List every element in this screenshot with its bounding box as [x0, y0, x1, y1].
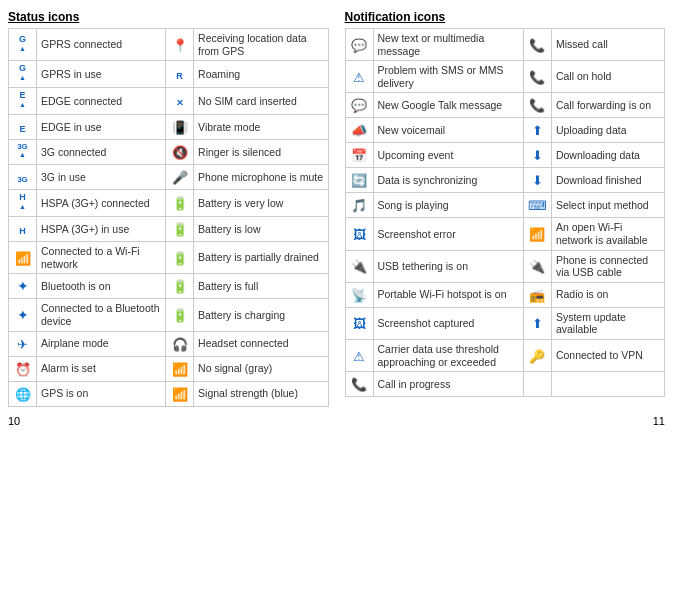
status-label2: Vibrate mode [194, 115, 328, 140]
table-row: G▲ GPRS in use R Roaming [9, 61, 329, 88]
status-icon: ✦ [9, 299, 37, 331]
status-icon: 📶 [9, 242, 37, 274]
notification-icons-table: 💬 New text or multimedia message 📞 Misse… [345, 28, 666, 397]
status-label2: Ringer is silenced [194, 140, 328, 165]
notif-label: Song is playing [373, 193, 523, 218]
notif-label2: Download finished [551, 168, 664, 193]
notif-label2: Connected to VPN [551, 339, 664, 371]
notif-icon: 💬 [345, 29, 373, 61]
notif-label: Carrier data use threshold approaching o… [373, 339, 523, 371]
table-row: 🖼 Screenshot captured ⬆ System update av… [345, 307, 665, 339]
status-label2: Battery is low [194, 217, 328, 242]
notif-icon2: 📻 [523, 282, 551, 307]
status-icon: 3G▲ [9, 140, 37, 165]
status-label: Airplane mode [37, 331, 166, 356]
status-icon2: ✕ [166, 88, 194, 115]
notif-label2: Uploading data [551, 118, 664, 143]
notif-label2 [551, 372, 664, 397]
table-row: ⚠ Carrier data use threshold approaching… [345, 339, 665, 371]
status-icon2: 🎧 [166, 331, 194, 356]
table-row: 💬 New Google Talk message 📞 Call forward… [345, 93, 665, 118]
notif-label: Upcoming event [373, 143, 523, 168]
notif-icon: ⚠ [345, 339, 373, 371]
table-row: H HSPA (3G+) in use 🔋 Battery is low [9, 217, 329, 242]
notif-icon: 🔌 [345, 250, 373, 282]
notif-icon2 [523, 372, 551, 397]
notif-icon2: 📞 [523, 61, 551, 93]
status-label: Bluetooth is on [37, 274, 166, 299]
notif-label2: Missed call [551, 29, 664, 61]
notif-label2: Call forwarding is on [551, 93, 664, 118]
notif-label: Portable Wi-Fi hotspot is on [373, 282, 523, 307]
status-icon: H [9, 217, 37, 242]
notification-icons-title: Notification icons [345, 10, 666, 24]
status-icon2: 🔇 [166, 140, 194, 165]
status-label2: No SIM card inserted [194, 88, 328, 115]
table-row: G▲ GPRS connected 📍 Receiving location d… [9, 29, 329, 61]
status-label: Connected to a Wi-Fi network [37, 242, 166, 274]
status-icon2: 🔋 [166, 190, 194, 217]
notif-label2: Select input method [551, 193, 664, 218]
table-row: 💬 New text or multimedia message 📞 Misse… [345, 29, 665, 61]
notif-icon2: ⌨ [523, 193, 551, 218]
status-label: Alarm is set [37, 356, 166, 381]
notif-label2: System update available [551, 307, 664, 339]
table-row: ⚠ Problem with SMS or MMS delivery 📞 Cal… [345, 61, 665, 93]
status-icons-title: Status icons [8, 10, 329, 24]
notif-label2: Phone is connected via USB cable [551, 250, 664, 282]
status-icons-section: Status icons G▲ GPRS connected 📍 Receivi… [8, 10, 329, 407]
notif-icon: 📡 [345, 282, 373, 307]
table-row: 3G 3G in use 🎤 Phone microphone is mute [9, 165, 329, 190]
notif-icon2: 🔑 [523, 339, 551, 371]
table-row: 🖼 Screenshot error 📶 An open Wi-Fi netwo… [345, 218, 665, 250]
status-label: 3G in use [37, 165, 166, 190]
notif-label2: Radio is on [551, 282, 664, 307]
status-icon: ⏰ [9, 356, 37, 381]
table-row: 🌐 GPS is on 📶 Signal strength (blue) [9, 381, 329, 406]
table-row: 🔌 USB tethering is on 🔌 Phone is connect… [345, 250, 665, 282]
status-label2: Headset connected [194, 331, 328, 356]
status-icon2: 📳 [166, 115, 194, 140]
status-icon2: R [166, 61, 194, 88]
table-row: 🎵 Song is playing ⌨ Select input method [345, 193, 665, 218]
status-icon2: 📍 [166, 29, 194, 61]
status-label2: No signal (gray) [194, 356, 328, 381]
notif-label: Screenshot error [373, 218, 523, 250]
status-label: GPS is on [37, 381, 166, 406]
table-row: E EDGE in use 📳 Vibrate mode [9, 115, 329, 140]
notif-label: New voicemail [373, 118, 523, 143]
notif-icon: 🔄 [345, 168, 373, 193]
status-icons-table: G▲ GPRS connected 📍 Receiving location d… [8, 28, 329, 407]
status-icon2: 🔋 [166, 242, 194, 274]
notif-icon2: ⬇ [523, 143, 551, 168]
table-row: ✦ Connected to a Bluetooth device 🔋 Batt… [9, 299, 329, 331]
notif-icon: 💬 [345, 93, 373, 118]
status-label: HSPA (3G+) connected [37, 190, 166, 217]
notif-label: Screenshot captured [373, 307, 523, 339]
status-icon2: 📶 [166, 381, 194, 406]
notif-icon: 📞 [345, 372, 373, 397]
table-row: ✈ Airplane mode 🎧 Headset connected [9, 331, 329, 356]
notif-label2: An open Wi-Fi network is available [551, 218, 664, 250]
status-label2: Signal strength (blue) [194, 381, 328, 406]
notif-icon: 🖼 [345, 218, 373, 250]
status-icon: E [9, 115, 37, 140]
notif-label: New text or multimedia message [373, 29, 523, 61]
status-label2: Battery is charging [194, 299, 328, 331]
notif-icon2: ⬆ [523, 307, 551, 339]
table-row: ⏰ Alarm is set 📶 No signal (gray) [9, 356, 329, 381]
status-label: HSPA (3G+) in use [37, 217, 166, 242]
status-label2: Battery is partially drained [194, 242, 328, 274]
notif-icon2: ⬇ [523, 168, 551, 193]
table-row: 🔄 Data is synchronizing ⬇ Download finis… [345, 168, 665, 193]
notif-icon: ⚠ [345, 61, 373, 93]
status-label: GPRS connected [37, 29, 166, 61]
status-label: 3G connected [37, 140, 166, 165]
notif-label2: Call on hold [551, 61, 664, 93]
status-label2: Roaming [194, 61, 328, 88]
status-label2: Battery is very low [194, 190, 328, 217]
status-label2: Phone microphone is mute [194, 165, 328, 190]
notif-label: Data is synchronizing [373, 168, 523, 193]
notif-label2: Downloading data [551, 143, 664, 168]
notif-icon2: 📞 [523, 93, 551, 118]
